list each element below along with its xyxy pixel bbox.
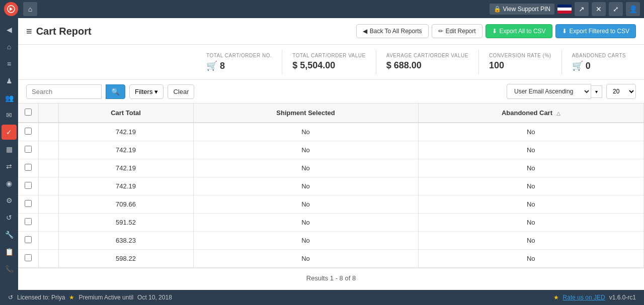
support-pin-icon: 🔒 — [494, 6, 501, 13]
sidebar: ◀ ⌂ ≡ ♟ 👥 ✉ ✓ ▦ ⇄ ◉ ⚙ ↺ 🔧 📋 📞 — [0, 18, 18, 290]
edit-button-label: Edit Report — [446, 28, 476, 35]
export-all-label: Export All to CSV — [500, 28, 546, 35]
shipment-header[interactable]: Shipment Selected — [193, 104, 418, 123]
sort-arrow-icon[interactable]: ▾ — [591, 85, 602, 98]
sidebar-item-docs[interactable]: 📋 — [2, 244, 17, 259]
abandoned-header[interactable]: Abandoned Cart △ — [418, 104, 643, 123]
sidebar-item-globe[interactable]: ◉ — [2, 176, 17, 191]
sidebar-item-tools[interactable]: 🔧 — [2, 227, 17, 242]
cart-total-cell-1: 742.19 — [58, 141, 193, 159]
row-checkbox-cell[interactable] — [18, 123, 38, 141]
page-title-text: Cart Report — [36, 26, 92, 37]
table-row: 742.19 No No — [18, 159, 644, 177]
sidebar-item-groups[interactable]: 👥 — [2, 90, 17, 106]
stat-total-value-text: $ 5,504.00 — [292, 60, 335, 71]
select-all-checkbox[interactable] — [25, 109, 32, 116]
content-area: ≡ Cart Report ◀ Back To All Reports ✏ Ed… — [18, 18, 644, 290]
table-row: 742.19 No No — [18, 141, 644, 159]
user-icon[interactable]: 👤 — [626, 2, 640, 16]
filters-label: Filters — [135, 88, 152, 95]
language-flag[interactable] — [557, 5, 572, 14]
support-pin-button[interactable]: 🔒 View Support PIN — [490, 4, 555, 15]
row-checkbox-cell[interactable] — [18, 250, 38, 268]
stat-avg-value-text: $ 688.00 — [386, 60, 422, 71]
sidebar-item-users[interactable]: ♟ — [2, 73, 17, 88]
search-input[interactable] — [26, 84, 102, 99]
logo-icon[interactable] — [4, 2, 18, 16]
cart-total-cell-6: 638.23 — [58, 232, 193, 250]
row-number-0 — [38, 123, 58, 141]
row-checkbox-cell[interactable] — [18, 177, 38, 195]
cart-total-header-text: Cart Total — [111, 109, 141, 117]
abandoned-cell-1: No — [418, 141, 643, 159]
back-arrow-icon: ◀ — [363, 28, 367, 35]
row-checkbox-1[interactable] — [25, 146, 32, 153]
cart-total-cell-2: 742.19 — [58, 159, 193, 177]
download-filtered-icon: ⬇ — [562, 28, 567, 35]
row-checkbox-cell[interactable] — [18, 195, 38, 214]
export-filtered-label: Export Filtered to CSV — [570, 28, 629, 35]
row-checkbox-7[interactable] — [25, 254, 32, 261]
edit-report-button[interactable]: ✏ Edit Report — [432, 24, 482, 38]
download-icon: ⬇ — [492, 28, 497, 35]
abandoned-cell-6: No — [418, 232, 643, 250]
sidebar-item-home[interactable]: ⌂ — [2, 39, 17, 54]
sidebar-item-sync[interactable]: ↺ — [2, 210, 17, 225]
abandoned-cell-4: No — [418, 195, 643, 214]
sidebar-item-orders[interactable]: ≡ — [2, 56, 17, 71]
abandoned-cell-7: No — [418, 250, 643, 268]
row-checkbox-cell[interactable] — [18, 141, 38, 159]
rate-link[interactable]: Rate us on JED — [563, 294, 605, 301]
fullscreen-icon[interactable]: ⤢ — [609, 2, 623, 16]
sidebar-item-settings[interactable]: ⚙ — [2, 193, 17, 208]
row-checkbox-cell[interactable] — [18, 232, 38, 250]
table-container: Cart Total Shipment Selected Abandoned C… — [18, 104, 644, 290]
results-bar: Results 1 - 8 of 8 — [18, 268, 644, 288]
sidebar-item-email[interactable]: ✉ — [2, 108, 17, 123]
sidebar-item-reports[interactable]: ✓ — [2, 125, 17, 140]
row-checkbox-2[interactable] — [25, 164, 32, 171]
table-row: 598.22 No No — [18, 250, 644, 268]
row-checkbox-3[interactable] — [25, 182, 32, 189]
sidebar-item-phone[interactable]: 📞 — [2, 261, 17, 276]
top-bar: ⌂ 🔒 View Support PIN ↗ ✕ ⤢ 👤 — [0, 0, 644, 18]
cart-icon-abandoned: 🛒 — [572, 60, 583, 71]
table-row: 742.19 No No — [18, 177, 644, 195]
select-all-header[interactable] — [18, 104, 38, 123]
export-filtered-button[interactable]: ⬇ Export Filtered to CSV — [555, 24, 636, 38]
row-number-7 — [38, 250, 58, 268]
cart-table: Cart Total Shipment Selected Abandoned C… — [18, 104, 644, 268]
external-link-icon[interactable]: ↗ — [575, 2, 589, 16]
per-page-select[interactable]: 10 20 50 100 — [606, 84, 636, 99]
home-icon[interactable]: ⌂ — [23, 2, 37, 16]
sidebar-item-back[interactable]: ◀ — [2, 22, 17, 37]
stat-abandoned-label: ABANDONED CARTS — [572, 53, 626, 58]
row-checkbox-0[interactable] — [25, 128, 32, 135]
cart-total-header[interactable]: Cart Total — [58, 104, 193, 123]
stat-abandoned-text: 0 — [586, 61, 591, 71]
sort-select[interactable]: User Email Ascending User Email Descendi… — [507, 84, 591, 99]
row-checkbox-cell[interactable] — [18, 214, 38, 232]
edit-icon: ✏ — [438, 28, 443, 35]
row-checkbox-cell[interactable] — [18, 159, 38, 177]
export-all-button[interactable]: ⬇ Export All to CSV — [486, 24, 552, 38]
row-checkbox-6[interactable] — [25, 236, 32, 243]
sidebar-item-transfer[interactable]: ⇄ — [2, 159, 17, 174]
filters-button[interactable]: Filters ▾ — [129, 84, 164, 99]
sort-indicator-icon: △ — [556, 111, 560, 116]
row-number-3 — [38, 177, 58, 195]
expiry-text: Oct 10, 2018 — [137, 294, 172, 301]
back-to-reports-button[interactable]: ◀ Back To All Reports — [356, 24, 429, 38]
page-title-icon: ≡ — [26, 26, 32, 37]
clear-button[interactable]: Clear — [168, 84, 194, 99]
stat-abandoned-num: 🛒 0 — [572, 60, 626, 71]
sidebar-item-chart[interactable]: ▦ — [2, 142, 17, 157]
row-checkbox-5[interactable] — [25, 218, 32, 225]
table-row: 742.19 No No — [18, 123, 644, 141]
shipment-cell-0: No — [193, 123, 418, 141]
row-checkbox-4[interactable] — [25, 200, 32, 207]
stat-conversion-num: 100 — [489, 60, 551, 71]
joomla-icon[interactable]: ✕ — [592, 2, 606, 16]
search-button[interactable]: 🔍 — [106, 84, 125, 99]
cart-total-cell-5: 591.52 — [58, 214, 193, 232]
